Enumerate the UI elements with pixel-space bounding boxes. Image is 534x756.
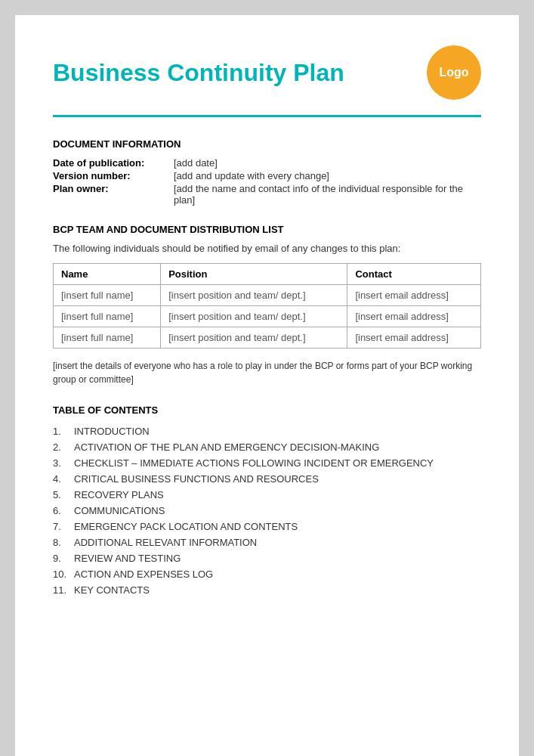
doc-info-row: Version number:[add and update with ever… <box>53 170 481 181</box>
toc-item-text: RECOVERY PLANS <box>74 489 481 500</box>
table-cell: [insert position and team/ dept.] <box>161 306 347 327</box>
table-cell: [insert position and team/ dept.] <box>161 327 347 349</box>
bcp-team-title: BCP TEAM AND DOCUMENT DISTRIBUTION LIST <box>53 224 481 235</box>
toc-item-text: COMMUNICATIONS <box>74 505 481 516</box>
table-row: [insert full name][insert position and t… <box>54 327 481 349</box>
table-header-cell: Contact <box>347 264 481 285</box>
toc-item: 5.RECOVERY PLANS <box>53 487 481 503</box>
toc-item-number: 3. <box>53 457 74 469</box>
bcp-note: [insert the details of everyone who has … <box>53 359 481 386</box>
table-row: [insert full name][insert position and t… <box>54 285 481 306</box>
toc-item-number: 2. <box>53 442 74 453</box>
doc-info-value: [add date] <box>174 157 218 169</box>
logo: Logo <box>427 45 481 100</box>
toc-item: 9.REVIEW AND TESTING <box>53 550 481 566</box>
doc-info-value: [add and update with every change] <box>174 170 329 181</box>
toc-item: 3.CHECKLIST – IMMEDIATE ACTIONS FOLLOWIN… <box>53 455 481 471</box>
document-information-section: DOCUMENT INFORMATION Date of publication… <box>53 138 481 206</box>
doc-info-label: Date of publication: <box>53 157 174 169</box>
doc-info-row: Date of publication:[add date] <box>53 157 481 169</box>
table-cell: [insert email address] <box>347 306 481 327</box>
toc-item-text: KEY CONTACTS <box>74 584 481 596</box>
page-header: Business Continuity Plan Logo <box>53 45 481 100</box>
toc-item-number: 11. <box>53 584 74 596</box>
table-header-cell: Name <box>54 264 161 285</box>
toc-item-text: REVIEW AND TESTING <box>74 553 481 564</box>
page-title: Business Continuity Plan <box>53 59 344 87</box>
toc-list: 1.INTRODUCTION2.ACTIVATION OF THE PLAN A… <box>53 423 481 598</box>
toc-section: TABLE OF CONTENTS 1.INTRODUCTION2.ACTIVA… <box>53 404 481 598</box>
table-cell: [insert full name] <box>54 306 161 327</box>
table-cell: [insert full name] <box>54 327 161 349</box>
doc-info-label: Plan owner: <box>53 183 174 206</box>
toc-item-text: ADDITIONAL RELEVANT INFORMATION <box>74 537 481 548</box>
toc-item-number: 1. <box>53 426 74 437</box>
toc-title: TABLE OF CONTENTS <box>53 404 481 416</box>
toc-item-text: INTRODUCTION <box>74 426 481 437</box>
toc-item: 7.EMERGENCY PACK LOCATION AND CONTENTS <box>53 519 481 534</box>
document-info-title: DOCUMENT INFORMATION <box>53 138 481 150</box>
table-cell: [insert position and team/ dept.] <box>161 285 347 306</box>
toc-item-number: 6. <box>53 505 74 516</box>
document-page: Business Continuity Plan Logo DOCUMENT I… <box>15 15 519 756</box>
doc-info-label: Version number: <box>53 170 174 181</box>
table-cell: [insert full name] <box>54 285 161 306</box>
toc-item: 10.ACTION AND EXPENSES LOG <box>53 566 481 582</box>
table-header-cell: Position <box>161 264 347 285</box>
table-row: [insert full name][insert position and t… <box>54 306 481 327</box>
toc-item: 11.KEY CONTACTS <box>53 582 481 598</box>
toc-item-number: 5. <box>53 489 74 500</box>
bcp-team-description: The following individuals should be noti… <box>53 243 481 254</box>
bcp-team-section: BCP TEAM AND DOCUMENT DISTRIBUTION LIST … <box>53 224 481 386</box>
toc-item-number: 4. <box>53 473 74 485</box>
toc-item-text: CHECKLIST – IMMEDIATE ACTIONS FOLLOWING … <box>74 457 481 469</box>
toc-item-number: 10. <box>53 569 74 580</box>
toc-item-text: CRITICAL BUSINESS FUNCTIONS AND RESOURCE… <box>74 473 481 485</box>
header-divider <box>53 115 481 117</box>
toc-item-number: 8. <box>53 537 74 548</box>
toc-item-number: 7. <box>53 521 74 532</box>
toc-item: 8.ADDITIONAL RELEVANT INFORMATION <box>53 534 481 550</box>
table-cell: [insert email address] <box>347 327 481 349</box>
doc-info-row: Plan owner:[add the name and contact inf… <box>53 183 481 206</box>
toc-item: 2.ACTIVATION OF THE PLAN AND EMERGENCY D… <box>53 439 481 455</box>
toc-item: 4.CRITICAL BUSINESS FUNCTIONS AND RESOUR… <box>53 471 481 487</box>
toc-item-number: 9. <box>53 553 74 564</box>
distribution-table: NamePositionContact [insert full name][i… <box>53 263 481 349</box>
table-cell: [insert email address] <box>347 285 481 306</box>
doc-info-value: [add the name and contact info of the in… <box>174 183 481 206</box>
toc-item-text: ACTION AND EXPENSES LOG <box>74 569 481 580</box>
toc-item-text: EMERGENCY PACK LOCATION AND CONTENTS <box>74 521 481 532</box>
toc-item-text: ACTIVATION OF THE PLAN AND EMERGENCY DEC… <box>74 442 481 453</box>
toc-item: 6.COMMUNICATIONS <box>53 503 481 519</box>
toc-item: 1.INTRODUCTION <box>53 423 481 439</box>
